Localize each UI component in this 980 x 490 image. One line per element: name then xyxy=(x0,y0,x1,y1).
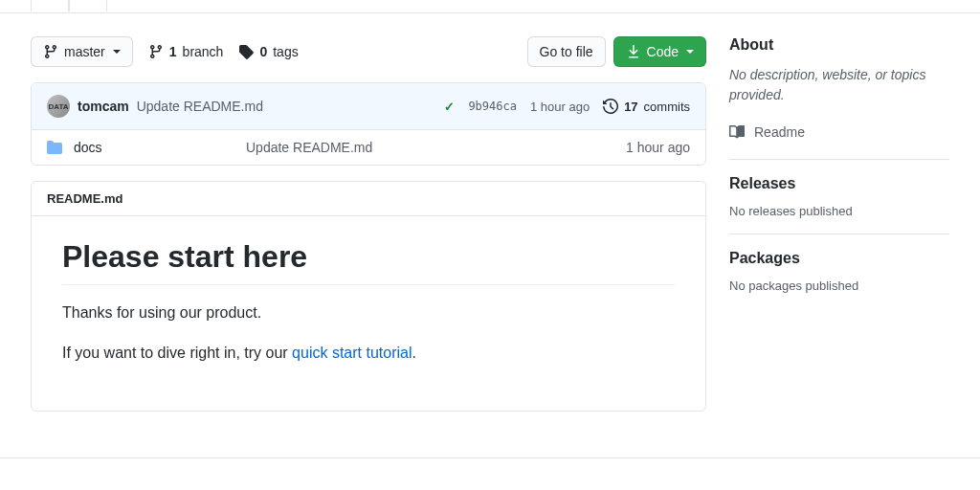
tags-link[interactable]: 0 tags xyxy=(238,44,298,59)
about-heading: About xyxy=(729,36,949,54)
packages-heading: Packages xyxy=(729,250,949,267)
caret-down-icon xyxy=(113,50,121,54)
git-branch-icon xyxy=(43,44,58,59)
check-icon[interactable]: ✓ xyxy=(444,100,455,114)
readme-p1: Thanks for using our product. xyxy=(62,301,675,325)
code-download-button[interactable]: Code xyxy=(613,36,706,67)
folder-icon xyxy=(47,140,62,155)
releases-text: No releases published xyxy=(729,204,949,218)
tags-label: tags xyxy=(273,44,298,59)
sidebar: About No description, website, or topics… xyxy=(729,36,949,412)
commit-message-link[interactable]: Update README.md xyxy=(137,99,263,114)
readme-heading: Please start here xyxy=(62,239,675,285)
branches-label: branch xyxy=(183,44,224,59)
commit-author-link[interactable]: tomcam xyxy=(78,99,129,114)
branch-select-button[interactable]: master xyxy=(31,36,133,67)
tags-count: 0 xyxy=(259,44,267,59)
history-icon xyxy=(603,99,618,114)
branch-name: master xyxy=(64,42,105,61)
commit-time: 1 hour ago xyxy=(530,100,590,114)
releases-heading: Releases xyxy=(729,175,949,192)
releases-section: Releases No releases published xyxy=(729,159,949,218)
file-row: docs Update README.md 1 hour ago xyxy=(32,130,705,165)
commits-count: 17 xyxy=(624,100,637,114)
readme-filename[interactable]: README.md xyxy=(32,182,705,216)
tab-stub-row xyxy=(0,0,980,13)
caret-down-icon xyxy=(686,50,694,54)
file-commit-msg-link[interactable]: Update README.md xyxy=(246,140,372,155)
avatar[interactable]: DATA xyxy=(47,95,70,118)
download-icon xyxy=(626,44,641,59)
packages-text: No packages published xyxy=(729,278,949,293)
repo-toolbar: master 1 branch 0 tags Go to file xyxy=(31,36,706,67)
go-to-file-button[interactable]: Go to file xyxy=(527,36,606,67)
book-icon xyxy=(729,124,745,140)
file-name-link[interactable]: docs xyxy=(74,140,102,155)
readme-link[interactable]: Readme xyxy=(729,121,949,144)
file-time: 1 hour ago xyxy=(626,140,690,155)
branches-count: 1 xyxy=(169,44,177,59)
commits-link[interactable]: 17 commits xyxy=(603,99,690,114)
quick-start-link[interactable]: quick start tutorial xyxy=(292,345,412,361)
branches-link[interactable]: 1 branch xyxy=(148,44,224,59)
packages-section: Packages No packages published xyxy=(729,234,949,293)
readme-content: Please start here Thanks for using our p… xyxy=(32,216,705,411)
tag-icon xyxy=(238,44,254,59)
readme-box: README.md Please start here Thanks for u… xyxy=(31,181,706,412)
file-navigation-box: DATA tomcam Update README.md ✓ 9b946ca 1… xyxy=(31,82,706,166)
main-column: master 1 branch 0 tags Go to file xyxy=(31,36,706,412)
readme-p2: If you want to dive right in, try our qu… xyxy=(62,341,675,366)
git-branch-icon xyxy=(148,44,164,59)
about-description: No description, website, or topics provi… xyxy=(729,65,949,105)
latest-commit-bar: DATA tomcam Update README.md ✓ 9b946ca 1… xyxy=(32,83,705,130)
commits-label: commits xyxy=(644,100,690,114)
commit-sha-link[interactable]: 9b946ca xyxy=(468,100,517,113)
footer-divider xyxy=(0,457,980,458)
